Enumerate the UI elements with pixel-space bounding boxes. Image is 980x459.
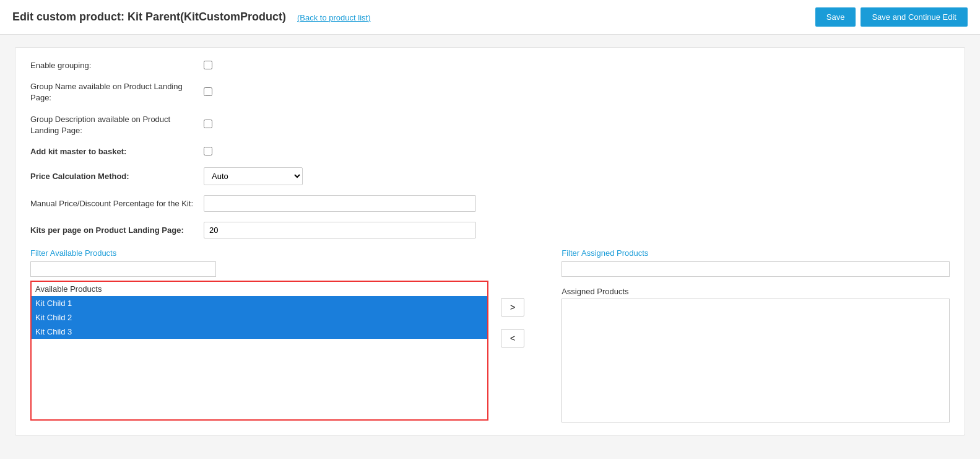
assigned-list-box xyxy=(562,299,950,422)
kits-per-page-input[interactable] xyxy=(204,222,476,238)
add-kit-row: Add kit master to basket: xyxy=(30,146,950,157)
page-header: Edit custom product: Kit Parent(KitCusto… xyxy=(0,0,980,35)
group-desc-control xyxy=(204,120,950,130)
add-kit-label: Add kit master to basket: xyxy=(30,146,204,157)
kits-per-page-row: Kits per page on Product Landing Page: xyxy=(30,222,950,238)
save-button[interactable]: Save xyxy=(815,7,856,27)
filter-assigned-input[interactable] xyxy=(562,261,950,277)
dual-list-section: Filter Available Products Available Prod… xyxy=(30,248,950,422)
available-products-box: Available Products Kit Child 1 Kit Child… xyxy=(30,281,488,421)
group-name-row: Group Name available on Product Landing … xyxy=(30,81,950,103)
assigned-products-panel: Filter Assigned Products Assigned Produc… xyxy=(562,248,950,422)
price-calc-row: Price Calculation Method: Auto Manual xyxy=(30,167,950,185)
manual-price-row: Manual Price/Discount Percentage for the… xyxy=(30,195,950,212)
transfer-buttons: > < xyxy=(488,298,537,348)
enable-grouping-checkbox[interactable] xyxy=(204,61,212,69)
available-products-header: Available Products xyxy=(32,282,487,296)
filter-available-label: Filter Available Products xyxy=(30,248,488,258)
page-title: Edit custom product: Kit Parent(KitCusto… xyxy=(12,11,286,24)
enable-grouping-row: Enable grouping: xyxy=(30,60,950,71)
remove-from-assigned-button[interactable]: < xyxy=(501,329,524,348)
filter-available-input[interactable] xyxy=(30,261,216,277)
price-calc-label: Price Calculation Method: xyxy=(30,171,204,182)
assigned-label: Assigned Products xyxy=(562,287,950,296)
enable-grouping-label: Enable grouping: xyxy=(30,60,204,71)
header-buttons: Save Save and Continue Edit xyxy=(815,7,968,27)
list-item[interactable]: Kit Child 3 xyxy=(32,325,487,339)
kits-per-page-control xyxy=(204,222,950,238)
add-kit-checkbox[interactable] xyxy=(204,147,212,155)
enable-grouping-control xyxy=(204,61,950,71)
form-section: Enable grouping: Group Name available on… xyxy=(15,47,965,435)
list-item[interactable]: Kit Child 2 xyxy=(32,310,487,325)
main-content: Enable grouping: Group Name available on… xyxy=(0,35,980,448)
manual-price-label: Manual Price/Discount Percentage for the… xyxy=(30,198,204,209)
manual-price-control xyxy=(204,195,950,212)
filter-assigned-label: Filter Assigned Products xyxy=(562,248,950,258)
list-item[interactable]: Kit Child 1 xyxy=(32,296,487,310)
price-calc-select[interactable]: Auto Manual xyxy=(204,167,303,185)
add-kit-control xyxy=(204,147,950,157)
kits-per-page-label: Kits per page on Product Landing Page: xyxy=(30,225,204,236)
assigned-items-list xyxy=(562,299,949,349)
group-name-checkbox[interactable] xyxy=(204,87,212,96)
available-products-panel: Filter Available Products Available Prod… xyxy=(30,248,488,421)
group-name-control xyxy=(204,87,950,98)
manual-price-input[interactable] xyxy=(204,195,476,212)
group-desc-row: Group Description available on Product L… xyxy=(30,114,950,136)
group-desc-label: Group Description available on Product L… xyxy=(30,114,204,136)
save-continue-button[interactable]: Save and Continue Edit xyxy=(861,7,968,27)
available-items-list: Kit Child 1 Kit Child 2 Kit Child 3 xyxy=(32,296,487,339)
group-desc-checkbox[interactable] xyxy=(204,120,212,128)
group-name-label: Group Name available on Product Landing … xyxy=(30,81,204,103)
add-to-assigned-button[interactable]: > xyxy=(501,298,524,317)
back-to-product-list-link[interactable]: (Back to product list) xyxy=(297,13,371,22)
available-bottom-empty xyxy=(32,339,487,419)
price-calc-control: Auto Manual xyxy=(204,167,950,185)
